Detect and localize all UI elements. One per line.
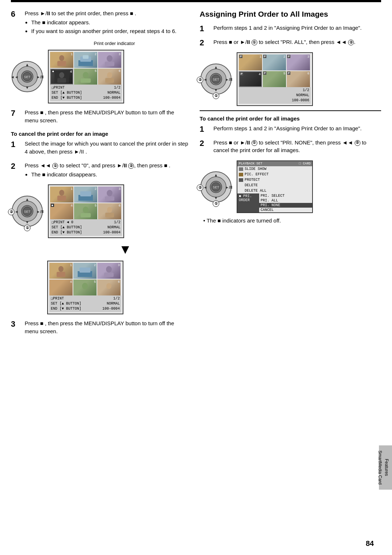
svg-rect-15 (105, 62, 114, 66)
step-6-num: 6 (11, 10, 21, 18)
svg-text:▼: ▼ (25, 220, 29, 224)
svg-text:◄◄: ◄◄ (11, 75, 19, 79)
menu-screen: PLAYBACK SET□ CARD SLIDE SHOW PIC. EFFEC… (237, 160, 313, 213)
svg-text:►/II: ►/II (225, 185, 232, 189)
right-step1: 1 Perform steps 1 and 2 in "Assigning Pr… (200, 24, 381, 33)
menu-pri-label: ■ PRI. ORDER (237, 193, 259, 212)
step-6-text: Press ►/II to set the print order, then … (25, 9, 189, 36)
svg-point-14 (107, 55, 113, 62)
lcd-cancel-image: 1 2 3 ■ 4 (48, 184, 124, 238)
badge-2-cancel: ② (8, 209, 15, 215)
right-step1-text: Perform steps 1 and 2 in "Assigning Prin… (213, 24, 381, 33)
lcd-step6: 1 2 3 ■ 4 (48, 50, 124, 103)
cancel-image-step1: 1 Select the image for which you want to… (11, 140, 189, 157)
cancel-image-step2-text: Press ◄◄ ① to select "0", and press ►/II… (25, 162, 189, 179)
left-column: 6 Press ►/II to set the print order, the… (11, 9, 189, 341)
menu-pri-submenu: PRI. SELECT PRI. ALL PRI. NONE CANCEL (259, 193, 312, 212)
step-6-diagram: ▲ ▼ ◄◄ ►/II SET 1 (11, 50, 189, 103)
cancel-all-step2-text: Press ■ or ►/II ① to select "PRI. NONE",… (213, 139, 381, 156)
right-step2-num: 2 (200, 39, 210, 47)
svg-text:►/II: ►/II (225, 77, 232, 82)
cancel-thumb-5: 5 (74, 203, 97, 219)
svg-point-46 (106, 266, 112, 273)
menu-item-delete-all: DELETE ALL (237, 188, 312, 193)
cancel-all-bullet-text: • The ■ indicators are turned off. (203, 217, 381, 224)
thumb-6: 6 (98, 69, 121, 85)
badge-1-cancel-all: ① (213, 200, 219, 207)
menu-pri-none: PRI. NONE (259, 203, 312, 208)
cancel-all-step2-num: 2 (200, 139, 210, 147)
svg-point-9 (59, 55, 64, 61)
ctrl-wheel-right2: ▲ ▼ ◄◄ ►/II SET ② ① (200, 63, 232, 95)
svg-rect-43 (57, 272, 65, 277)
svg-point-40 (107, 207, 112, 213)
svg-point-32 (59, 190, 64, 196)
menu-header: PLAYBACK SET□ CARD (237, 161, 312, 166)
cancel-image-step2-bullet: The ■ indicator disappears. (31, 171, 189, 179)
r2-thumb-1: P 1 (239, 54, 262, 70)
right-step2-main: Press ■ or ►/II ① to select "PRI. ALL", … (213, 38, 381, 46)
ctrl-wheel-cancel: ▲ ▼ ◄◄ ►/II SET ② ① (11, 195, 44, 228)
cancel-all-step1-num: 1 (200, 125, 210, 133)
svg-rect-13 (83, 55, 89, 59)
menu-item-delete: DELETE (237, 183, 312, 188)
after-thumb-5: 5 (73, 279, 97, 295)
svg-text:▲: ▲ (25, 62, 29, 67)
svg-rect-47 (104, 273, 114, 277)
svg-rect-35 (80, 191, 91, 196)
thumb-5: 5 (74, 69, 97, 85)
cancel-image-diagram: ▲ ▼ ◄◄ ►/II SET ② ① 1 (11, 184, 189, 238)
thumb-2: 2 (74, 52, 97, 68)
cancel-image-step1-text: Select the image for which you want to c… (25, 140, 189, 157)
svg-text:▲: ▲ (25, 197, 29, 201)
menu-item-protect: PROTECT (237, 177, 312, 183)
svg-point-17 (59, 72, 64, 78)
thumb-1: 1 (50, 52, 73, 68)
cancel-image-step1-num: 1 (11, 140, 21, 148)
menu-item-piceffect: PIC. EFFECT (237, 172, 312, 177)
svg-text:▼: ▼ (214, 196, 218, 200)
svg-rect-39 (81, 213, 91, 217)
cancel-all-step1-text: Perform steps 1 and 2 in "Assigning Prin… (213, 125, 381, 134)
svg-point-19 (83, 72, 89, 78)
svg-point-36 (107, 190, 113, 196)
svg-rect-45 (79, 268, 90, 273)
svg-text:SET: SET (24, 75, 30, 79)
svg-text:SET: SET (24, 210, 30, 213)
cancel-all-step1: 1 Perform steps 1 and 2 in "Assigning Pr… (200, 125, 381, 134)
right-step1-num: 1 (200, 25, 210, 33)
badge-2-right2: ② (197, 77, 203, 83)
right-section-title: Assigning Print Order to All Images (200, 9, 381, 19)
badge-1-cancel: ① (24, 225, 30, 231)
lcd-step6-status: ❑PRINT1/2 SET [▲ BUTTON]NORMAL END [▼ BU… (50, 85, 122, 101)
step-7-block: 7 Press ■ , then press the MENU/DISPLAY … (11, 109, 189, 126)
ctrl-wheel-cancel-all: ▲ ▼ ◄◄ ►/II SET ② ① (200, 171, 232, 203)
right-divider (200, 110, 381, 111)
after-thumb-4: 4 (49, 279, 73, 295)
page-number: 84 (366, 539, 374, 548)
step-3-bottom-text: Press ■ , then press the MENU/DISPLAY bu… (25, 319, 189, 336)
svg-text:SET: SET (213, 78, 219, 81)
svg-rect-33 (57, 196, 66, 201)
r2-thumb-3: P 3 (287, 54, 310, 70)
arrow-down: ▼ (62, 242, 189, 257)
svg-text:▼: ▼ (214, 88, 218, 92)
after-thumb-6: 6 (97, 279, 121, 295)
cancel-all-bullet: • The ■ indicators are turned off. (203, 217, 381, 224)
thumb-4-print: ■ 4 (50, 69, 73, 85)
svg-rect-10 (57, 61, 66, 66)
svg-text:▼: ▼ (25, 85, 29, 90)
badge-1-right2: ① (213, 93, 219, 99)
menu-item-slideshow: SLIDE SHOW (237, 166, 312, 172)
badge-2-cancel-all: ② (197, 184, 203, 191)
cancel-all-step2: 2 Press ■ or ►/II ① to select "PRI. NONE… (200, 139, 381, 156)
svg-text:►/II: ►/II (36, 209, 44, 214)
print-order-indicator-label: Print order indicator (40, 41, 189, 46)
svg-point-49 (106, 283, 111, 289)
lcd-right2-status: 1/2 NORMAL 100-0006 (239, 87, 311, 104)
thumb-3: 3 (98, 52, 121, 68)
lcd-cancel-status: ❑PRINT ◄ 01/2 SET [▲ BUTTON]NORMAL END [… (50, 219, 122, 236)
cancel-thumb-3: 3 (98, 187, 121, 203)
sidebar-label-line1: SmartMedia Card (377, 450, 383, 485)
svg-text:▲: ▲ (214, 173, 218, 177)
